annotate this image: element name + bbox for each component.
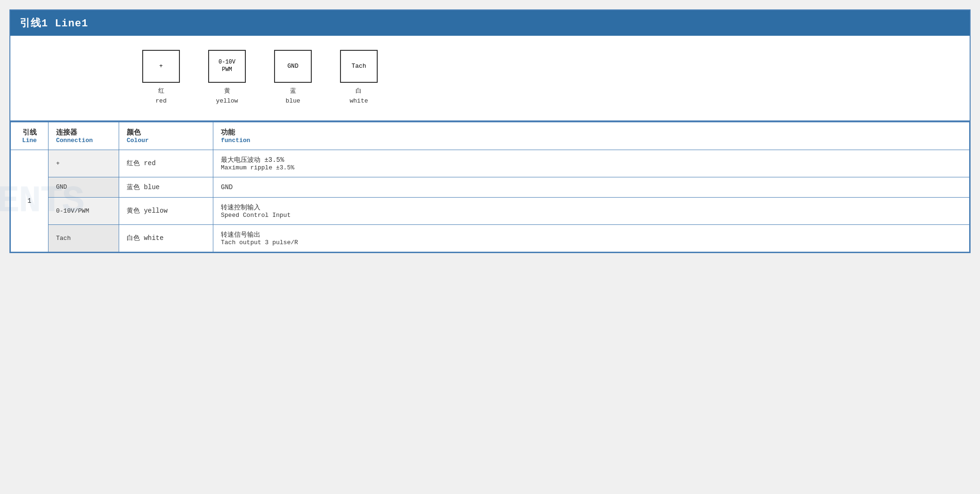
function-ripple: 最大电压波动 ±3.5% Maximum ripple ±3.5% — [213, 150, 970, 177]
page-container: 引线1 Line1 + 红 red 0-10VPWM 黄 yellow GND — [9, 9, 971, 253]
col-header-function: 功能 function — [213, 122, 970, 150]
main-table-container: 引线1 Line1 + 红 red 0-10VPWM 黄 yellow GND — [9, 9, 971, 253]
table-row-3: 0-10V/PWM 黄色 yellow 转速控制输入 Speed Control… — [11, 197, 970, 224]
col-header-line: 引线 Line — [11, 122, 49, 150]
connection-tach: Tach — [49, 224, 119, 252]
connection-plus: + — [49, 150, 119, 177]
function-gnd: GND — [213, 177, 970, 197]
table-row-2: GND 蓝色 blue GND — [11, 177, 970, 197]
connector-box-pwm: 0-10VPWM — [208, 50, 246, 83]
header-title: 引线1 Line1 — [20, 18, 88, 30]
connector-pwm: 0-10VPWM 黄 yellow — [208, 50, 246, 106]
connector-box-tach: Tach — [340, 50, 378, 83]
function-speed-control: 转速控制输入 Speed Control Input — [213, 197, 970, 224]
table-header: 引线1 Line1 — [10, 10, 970, 36]
connection-pwm: 0-10V/PWM — [49, 197, 119, 224]
table-header-row: 引线 Line 连接器 Connection 颜色 Colour 功能 func… — [11, 122, 970, 150]
connector-box-plus: + — [142, 50, 180, 83]
colour-yellow: 黄色 yellow — [119, 197, 213, 224]
col-header-connection: 连接器 Connection — [49, 122, 119, 150]
connection-gnd: GND — [49, 177, 119, 197]
connector-label-pwm: 黄 yellow — [216, 87, 238, 106]
connector-plus: + 红 red — [142, 50, 180, 106]
connector-gnd: GND 蓝 blue — [274, 50, 312, 106]
connector-label-plus: 红 red — [155, 87, 166, 106]
table-row-1: 1 VENTS + 红色 red 最大电压波动 ±3.5% Maximum ri… — [11, 150, 970, 177]
connector-tach: Tach 白 white — [340, 50, 378, 106]
function-tach-output: 转速信号输出 Tach output 3 pulse/R — [213, 224, 970, 252]
diagram-row: + 红 red 0-10VPWM 黄 yellow GND 蓝 blue — [10, 36, 970, 121]
connector-label-gnd: 蓝 blue — [285, 87, 300, 106]
connector-box-gnd: GND — [274, 50, 312, 83]
connector-label-tach: 白 white — [349, 87, 368, 106]
line-number-1: 1 VENTS — [11, 150, 49, 252]
colour-red: 红色 red — [119, 150, 213, 177]
col-header-colour: 颜色 Colour — [119, 122, 213, 150]
colour-white: 白色 white — [119, 224, 213, 252]
data-table: 引线 Line 连接器 Connection 颜色 Colour 功能 func… — [10, 121, 970, 252]
table-row-4: Tach 白色 white 转速信号输出 Tach output 3 pulse… — [11, 224, 970, 252]
colour-blue: 蓝色 blue — [119, 177, 213, 197]
